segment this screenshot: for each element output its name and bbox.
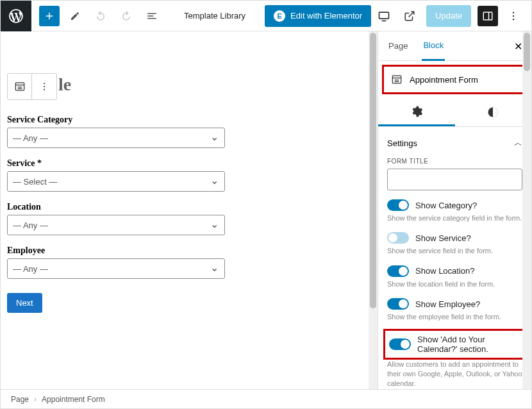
breadcrumb: Page › Appointment Form [1, 389, 531, 408]
toggle-show-category[interactable] [387, 199, 409, 211]
toggle-show-location[interactable] [387, 265, 409, 277]
svg-point-8 [44, 89, 45, 90]
appointment-form-icon [390, 73, 403, 86]
settings-section-toggle[interactable]: Settings ︿ [387, 135, 522, 151]
external-link-icon[interactable] [399, 6, 420, 26]
toggle-show-service[interactable] [387, 232, 409, 244]
toggle-show-service-label: Show Service? [415, 233, 471, 243]
tab-page[interactable]: Page [387, 32, 409, 60]
template-library-link[interactable]: Template Library [178, 11, 252, 21]
svg-rect-1 [483, 12, 492, 20]
tab-block[interactable]: Block [422, 31, 445, 61]
toggle-show-category-label: Show Category? [415, 201, 477, 210]
category-label: Service Category [7, 115, 225, 125]
subtab-settings[interactable] [378, 98, 455, 126]
svg-point-3 [513, 15, 514, 16]
employee-select[interactable]: — Any — [7, 258, 225, 279]
location-select[interactable]: — Any — [7, 215, 225, 235]
svg-rect-5 [15, 83, 24, 90]
block-toolbar [7, 73, 57, 100]
more-options-icon[interactable] [503, 6, 524, 26]
breadcrumb-current[interactable]: Appointment Form [42, 395, 105, 404]
sidebar-scrollbar[interactable] [522, 31, 531, 389]
page-title-fragment: le [58, 74, 71, 95]
highlight-calendar-toggle: Show 'Add to Your Calendar?' section. [383, 329, 526, 360]
svg-rect-0 [379, 12, 389, 19]
svg-point-6 [44, 83, 45, 84]
toggle-show-employee-label: Show Employee? [415, 299, 480, 309]
chevron-up-icon: ︿ [514, 137, 522, 149]
view-desktop-icon[interactable] [374, 6, 394, 26]
redo-button[interactable] [116, 6, 137, 26]
toggle-show-calendar-label: Show 'Add to Your Calendar?' section. [417, 335, 520, 354]
edit-mode-icon[interactable] [65, 6, 85, 26]
toggle-show-calendar-desc: Allow customers to add an appointment to… [387, 360, 522, 389]
service-label: Service * [7, 158, 225, 169]
service-select[interactable]: — Select — [7, 171, 225, 192]
svg-point-4 [513, 19, 514, 20]
breadcrumb-root[interactable]: Page [11, 395, 29, 404]
next-button[interactable]: Next [7, 293, 42, 313]
elementor-icon: E [274, 10, 285, 22]
svg-point-2 [513, 12, 514, 13]
toggle-show-service-desc: Show the service field in the form. [387, 246, 522, 256]
form-title-input[interactable] [387, 169, 522, 190]
undo-button[interactable] [90, 6, 111, 26]
close-sidebar-icon[interactable]: ✕ [514, 40, 522, 53]
block-more-icon[interactable] [32, 74, 56, 99]
toggle-show-employee[interactable] [387, 298, 409, 310]
toggle-show-category-desc: Show the service category field in the f… [387, 213, 522, 223]
toggle-show-location-desc: Show the location field in the form. [387, 280, 522, 289]
document-overview-button[interactable] [142, 6, 162, 26]
subtab-styles[interactable] [455, 98, 532, 126]
add-block-button[interactable] [39, 6, 60, 26]
toggle-show-location-label: Show Location? [415, 266, 475, 276]
wordpress-logo[interactable] [1, 1, 31, 31]
breadcrumb-separator: › [34, 395, 37, 404]
editor-scrollbar[interactable] [369, 31, 378, 389]
settings-panel-toggle[interactable] [478, 6, 498, 26]
category-select[interactable]: — Any — [7, 128, 225, 148]
block-name-header: Appointment Form [382, 65, 528, 94]
toggle-show-calendar[interactable] [389, 338, 411, 350]
edit-elementor-button[interactable]: EEdit with Elementor [265, 5, 371, 27]
form-title-label: FORM TITLE [387, 158, 522, 165]
toggle-show-employee-desc: Show the employee field in the form. [387, 312, 522, 322]
update-button[interactable]: Update [426, 5, 471, 27]
block-type-icon[interactable] [8, 74, 32, 99]
employee-label: Employee [7, 246, 225, 256]
location-label: Location [7, 202, 225, 212]
svg-point-7 [44, 86, 45, 87]
svg-rect-9 [392, 76, 401, 83]
